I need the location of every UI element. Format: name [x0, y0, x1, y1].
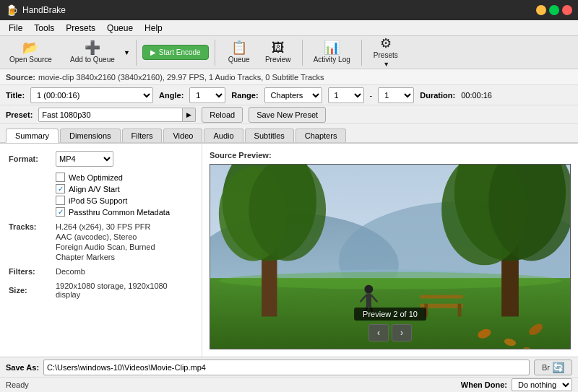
activity-log-icon: 📊 [324, 41, 340, 54]
open-source-button[interactable]: 📂 Open Source [4, 39, 57, 66]
preset-arrow-btn[interactable]: ▶ [183, 108, 196, 122]
tracks-row: Tracks: H.264 (x264), 30 FPS PFR AAC (av… [9, 222, 193, 261]
track-3: Chapter Markers [56, 253, 155, 261]
format-select[interactable]: MP4 [56, 151, 113, 167]
align-av-label: Align A/V Start [69, 185, 120, 193]
open-source-icon: 📂 [22, 41, 38, 54]
web-optimized-item: Web Optimized [56, 173, 193, 182]
play-icon: ▶ [150, 48, 156, 56]
track-1: AAC (avcodec), Stereo [56, 232, 155, 241]
format-options-group: Web Optimized ✓ Align A/V Start iPod 5G … [56, 173, 193, 217]
menu-queue[interactable]: Queue [101, 22, 139, 35]
duration-label: Duration: [420, 91, 455, 100]
separator-3 [302, 40, 303, 66]
preview-badge: Preview 2 of 10 [354, 308, 426, 321]
tab-dimensions[interactable]: Dimensions [60, 129, 120, 142]
range-end-select[interactable]: 1 [378, 87, 414, 103]
track-2: Foreign Audio Scan, Burned [56, 243, 155, 251]
start-encode-button[interactable]: ▶ Start Encode [142, 45, 209, 60]
toolbar: 📂 Open Source ➕ Add to Queue ▼ ▶ Start E… [0, 36, 578, 69]
passthru-label: Passthru Common Metadata [69, 208, 170, 217]
preview-overlay: Preview 2 of 10 ‹ › [354, 308, 426, 341]
add-queue-icon: ➕ [85, 41, 100, 54]
separator-4 [361, 40, 362, 66]
angle-label: Angle: [159, 91, 184, 100]
when-done-select[interactable]: Do nothing [512, 378, 572, 391]
presets-button[interactable]: ⚙ Presets ▼ [368, 35, 404, 70]
range-label: Range: [231, 91, 258, 100]
source-bar: Source: movie-clip 3840x2160 (3840x2160)… [0, 69, 578, 85]
right-panel: Source Preview: [202, 144, 578, 357]
preview-label: Source Preview: [210, 151, 571, 160]
filters-row: Filters: Decomb [9, 267, 193, 276]
preview-next-btn[interactable]: › [392, 324, 412, 341]
activity-log-button[interactable]: 📊 Activity Log [309, 39, 355, 66]
tab-chapters[interactable]: Chapters [296, 129, 347, 142]
svg-rect-15 [420, 295, 463, 299]
left-panel: Format: MP4 Web Optimized ✓ Align A/V St… [0, 144, 202, 357]
range-type-select[interactable]: Chapters [264, 87, 322, 103]
titlebar-controls [536, 5, 572, 15]
ipod-checkbox[interactable] [56, 196, 65, 205]
web-optimized-checkbox[interactable] [56, 173, 65, 182]
passthru-item: ✓ Passthru Common Metadata [56, 207, 193, 217]
reload-button[interactable]: Reload [202, 107, 243, 123]
source-info: 3840x2160 (3840x2160), 29.97 FPS, 1 Audi… [77, 73, 324, 82]
title-select[interactable]: 1 (00:00:16) [30, 87, 153, 103]
duration-value: 00:00:16 [461, 91, 492, 100]
controls-row: Title: 1 (00:00:16) Angle: 1 Range: Chap… [0, 85, 578, 105]
source-label: Source: [6, 73, 35, 82]
tab-summary[interactable]: Summary [6, 129, 59, 143]
source-filename: movie-clip [38, 73, 74, 82]
format-label: Format: [9, 154, 56, 163]
when-done-area: When Done: Do nothing [461, 378, 572, 391]
filters-value: Decomb [56, 267, 85, 276]
tracks-info: H.264 (x264), 30 FPS PFR AAC (avcodec), … [56, 222, 155, 261]
menu-presets[interactable]: Presets [60, 22, 101, 35]
passthru-checkbox[interactable]: ✓ [56, 207, 65, 217]
separator-1 [136, 40, 137, 66]
preview-icon: 🖼 [272, 41, 285, 54]
range-start-select[interactable]: 1 [328, 87, 364, 103]
preview-button[interactable]: 🖼 Preview [260, 39, 296, 66]
titlebar: 🍺 HandBrake [0, 0, 578, 20]
menu-help[interactable]: Help [139, 22, 168, 35]
save-new-preset-button[interactable]: Save New Preset [249, 107, 326, 123]
app-title: HandBrake [22, 5, 66, 15]
align-av-checkbox[interactable]: ✓ [56, 184, 65, 193]
save-label: Save As: [6, 363, 39, 372]
maximize-btn[interactable] [549, 5, 559, 15]
tab-subtitles[interactable]: Subtitles [245, 129, 294, 142]
browse-button[interactable]: Br 🔄 [534, 360, 572, 375]
preset-row: Preset: ▶ Reload Save New Preset [0, 105, 578, 124]
titlebar-left: 🍺 HandBrake [6, 4, 66, 16]
title-label: Title: [6, 91, 25, 100]
bottom-area: Save As: Br 🔄 Ready When Done: Do nothin… [0, 357, 578, 392]
menu-tools[interactable]: Tools [28, 22, 60, 35]
status-row: Ready When Done: Do nothing [0, 378, 578, 392]
close-btn[interactable] [562, 5, 572, 15]
status-ready: Ready [6, 380, 29, 389]
preset-input[interactable] [38, 108, 183, 122]
add-to-queue-button[interactable]: ➕ Add to Queue [60, 39, 125, 66]
when-done-label: When Done: [461, 380, 507, 389]
size-row: Size: 1920x1080 storage, 1920x1080 displ… [9, 282, 193, 299]
preview-nav: ‹ › [368, 324, 412, 341]
queue-arrow[interactable]: ▼ [124, 49, 130, 56]
tab-video[interactable]: Video [163, 129, 202, 142]
range-dash: - [370, 91, 373, 100]
web-optimized-label: Web Optimized [69, 173, 123, 182]
tab-audio[interactable]: Audio [204, 129, 243, 142]
menubar: File Tools Presets Queue Help [0, 20, 578, 36]
preset-label: Preset: [6, 110, 33, 119]
save-path-input[interactable] [43, 360, 530, 375]
queue-icon: 📋 [231, 41, 247, 54]
minimize-btn[interactable] [536, 5, 546, 15]
save-row: Save As: Br 🔄 [0, 357, 578, 378]
queue-button[interactable]: 📋 Queue [221, 39, 257, 66]
menu-file[interactable]: File [3, 22, 28, 35]
tab-bar: Summary Dimensions Filters Video Audio S… [0, 124, 578, 143]
tab-filters[interactable]: Filters [122, 129, 163, 142]
preview-prev-btn[interactable]: ‹ [368, 324, 389, 341]
angle-select[interactable]: 1 [189, 87, 225, 103]
